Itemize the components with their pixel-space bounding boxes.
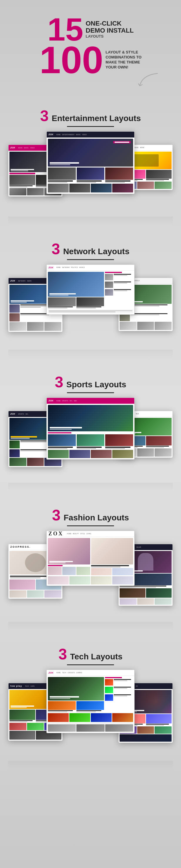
entertainment-mockup-main: ZOX HOME ENTERTAINMENT MUSIC VIDEO xyxy=(47,131,134,194)
tech-section: 3 Tech Layouts fow play TECH CARS xyxy=(6,645,175,770)
spt-main-hero xyxy=(48,405,133,431)
network-label: Network Layouts xyxy=(63,247,129,256)
fsh-main-bar: ZOX HOME BEAUTY STYLE LIVING xyxy=(47,531,134,537)
fashion-mockups: ZOXPRESS. xyxy=(8,531,173,622)
sports-label: Sports Layouts xyxy=(66,380,126,389)
spt-left-nav: SPORTS NFL xyxy=(18,413,28,415)
fsh-main-hero xyxy=(48,538,90,564)
entertainment-underline xyxy=(67,126,114,127)
ent-main-hero xyxy=(48,139,133,166)
network-section: 3 Network Layouts ZOX NETWORK NEWS xyxy=(6,240,175,359)
ent-left-logo: ZOX xyxy=(10,146,15,149)
ent-main-content xyxy=(47,137,134,194)
sports-screen-main: ZOX HOME SPORTS NFL NBA xyxy=(47,398,134,460)
ent-left-nav: NEWS MUSIC VIDEO xyxy=(18,147,35,149)
fsh-main-content xyxy=(47,537,134,586)
tech-screen-main: ZOX HOME TECH GADGETS GAMING xyxy=(47,670,134,733)
spt-left-logo: ZOX xyxy=(10,412,15,415)
net-main-bar: ZOX HOME NETWORK POLITICS WORLD xyxy=(47,265,134,271)
net-main-logo: ZOX xyxy=(49,266,53,269)
hero-num2: 100 xyxy=(39,44,103,76)
tech-mockup-main: ZOX HOME TECH GADGETS GAMING xyxy=(47,670,134,733)
fashion-underline xyxy=(67,525,114,526)
network-screen-main: ZOX HOME NETWORK POLITICS WORLD xyxy=(47,265,134,315)
hero-text1: ONE-CLICK DEMO INSTALL LAYOUTS xyxy=(86,20,134,39)
ent-reflection xyxy=(8,217,173,225)
fashion-mockup-main: ZOX HOME BEAUTY STYLE LIVING xyxy=(47,531,134,586)
fsh-left-logo: ZOXPRESS. xyxy=(10,546,31,548)
fashion-reflection xyxy=(8,622,173,630)
entertainment-section: 3 Entertainment Layouts ZOX NEWS MUSIC V… xyxy=(6,107,175,225)
hero-text2: LAYOUT & STYLE COMBINATIONS TO MAKE THE … xyxy=(105,50,141,70)
tch-main-content xyxy=(47,676,134,733)
page-wrapper: 15 ONE-CLICK DEMO INSTALL LAYOUTS 100 LA… xyxy=(0,0,181,868)
fashion-screen-main: ZOX HOME BEAUTY STYLE LIVING xyxy=(47,531,134,586)
sports-mockups: ZOX SPORTS NFL xyxy=(8,398,173,483)
tch-left-logo: fow play xyxy=(10,685,22,687)
tch-left-nav: TECH CARS xyxy=(25,685,35,687)
ent-main-logo: ZOX xyxy=(49,133,53,136)
hero-line2b: COMBINATIONS TO xyxy=(105,55,141,60)
ent-main-bar: ZOX HOME ENTERTAINMENT MUSIC VIDEO xyxy=(47,132,134,137)
fashion-label: Fashion Layouts xyxy=(63,513,129,522)
sports-heading: 3 Sports Layouts xyxy=(6,373,175,393)
sports-mockup-main: ZOX HOME SPORTS NFL NBA xyxy=(47,398,134,460)
network-mockup-main: ZOX HOME NETWORK POLITICS WORLD xyxy=(47,265,134,315)
hero-line2c: MAKE THE THEME xyxy=(105,60,141,65)
tch-main-bar: ZOX HOME TECH GADGETS GAMING xyxy=(47,670,134,676)
curved-arrow-icon xyxy=(137,70,160,88)
fsh-main-logo: ZOX xyxy=(49,531,63,537)
fashion-num: 3 xyxy=(52,506,61,524)
entertainment-num: 3 xyxy=(40,107,49,124)
spt-main-logo: ZOX xyxy=(49,399,53,402)
entertainment-mockups: ZOX NEWS MUSIC VIDEO xyxy=(8,131,173,217)
net-left-logo: ZOX xyxy=(10,279,15,282)
net-main-nav: HOME NETWORK POLITICS WORLD xyxy=(56,267,85,268)
sports-reflection xyxy=(8,483,173,492)
entertainment-screen-main: ZOX HOME ENTERTAINMENT MUSIC VIDEO xyxy=(47,131,134,194)
network-underline xyxy=(67,259,114,260)
entertainment-heading: 3 Entertainment Layouts xyxy=(6,107,175,127)
sports-underline xyxy=(67,392,114,393)
sports-section: 3 Sports Layouts ZOX SPORTS NFL xyxy=(6,373,175,492)
tech-reflection xyxy=(8,761,173,770)
tech-underline xyxy=(67,664,114,665)
net-reflection xyxy=(8,350,173,359)
entertainment-label: Entertainment Layouts xyxy=(52,114,141,123)
spt-main-content xyxy=(47,404,134,459)
fashion-heading: 3 Fashion Layouts xyxy=(6,506,175,526)
fashion-section: 3 Fashion Layouts ZOXPRESS. xyxy=(6,506,175,630)
tech-mockups: fow play TECH CARS xyxy=(8,670,173,761)
tech-num: 3 xyxy=(58,646,67,662)
hero-line1c: LAYOUTS xyxy=(86,34,134,39)
tech-label: Tech Layouts xyxy=(70,652,122,661)
fsh-main-nav: HOME BEAUTY STYLE LIVING xyxy=(67,533,91,534)
net-main-content xyxy=(47,271,134,314)
tch-main-nav: HOME TECH GADGETS GAMING xyxy=(56,672,82,674)
net-left-nav: NETWORK NEWS xyxy=(18,280,31,282)
sports-num: 3 xyxy=(55,373,63,391)
spt-main-bar: ZOX HOME SPORTS NFL NBA xyxy=(47,398,134,404)
network-heading: 3 Network Layouts xyxy=(6,240,175,260)
hero-line2d: YOUR OWN! xyxy=(105,65,141,70)
tch-main-logo: ZOX xyxy=(49,672,53,674)
hero-line1b: DEMO INSTALL xyxy=(86,27,134,34)
hero-line2a: LAYOUT & STYLE xyxy=(105,50,141,55)
network-mockups: ZOX NETWORK NEWS xyxy=(8,265,173,350)
spt-main-nav: HOME SPORTS NFL NBA xyxy=(56,400,77,402)
hero-line1a: ONE-CLICK xyxy=(86,20,134,27)
network-num: 3 xyxy=(52,240,60,257)
tech-heading: 3 Tech Layouts xyxy=(6,645,175,665)
hero-section: 15 ONE-CLICK DEMO INSTALL LAYOUTS 100 LA… xyxy=(6,9,175,98)
ent-main-nav: HOME ENTERTAINMENT MUSIC VIDEO xyxy=(56,134,87,135)
